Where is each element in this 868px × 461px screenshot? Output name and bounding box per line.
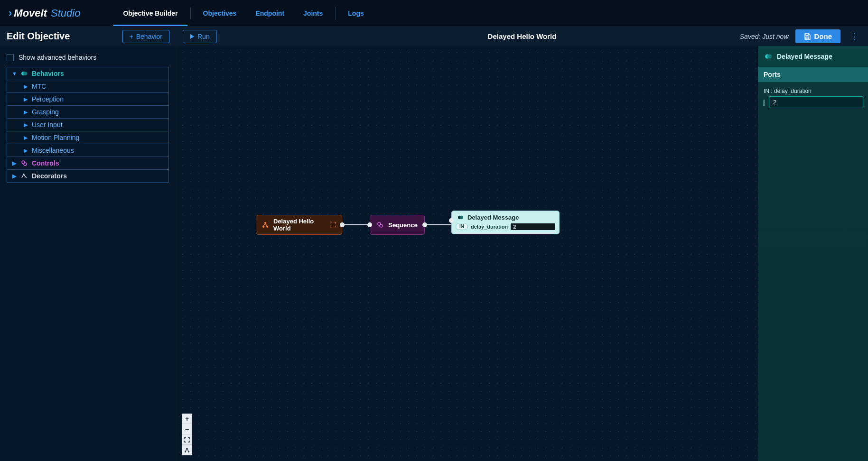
subcat-label: Motion Planning xyxy=(32,134,79,141)
zoom-controls: + − xyxy=(182,414,192,455)
canvas-dot-grid xyxy=(176,46,758,461)
output-port[interactable] xyxy=(422,222,427,227)
caret-right-icon: ▶ xyxy=(23,135,28,141)
behavior-icon xyxy=(20,70,28,77)
subcat-user-input[interactable]: ▶ User Input xyxy=(7,119,168,131)
svg-point-10 xyxy=(460,216,463,219)
node-root[interactable]: Delayed Hello World ⛶ xyxy=(256,215,342,235)
zoom-in-button[interactable]: + xyxy=(182,414,192,424)
save-icon xyxy=(804,33,811,40)
more-menu-button[interactable]: ⋮ xyxy=(847,31,861,42)
run-label: Run xyxy=(197,33,210,40)
caret-right-icon: ▶ xyxy=(23,122,28,128)
subcat-motion-planning[interactable]: ▶ Motion Planning xyxy=(7,131,168,144)
caret-right-icon: ▶ xyxy=(23,148,28,154)
nav-tabs: Objective Builder Objectives Endpoint Jo… xyxy=(113,0,373,26)
graph-canvas[interactable]: Delayed Hello World ⛶ Sequence Delayed M… xyxy=(176,46,758,461)
behavior-tree-list: ▼ Behaviors ▶ MTC ▶ Perception ▶ Graspin… xyxy=(7,67,169,183)
edge-sequence-to-message xyxy=(425,224,451,225)
caret-right-icon: ▶ xyxy=(12,160,17,166)
show-advanced-label: Show advanced behaviors xyxy=(19,54,96,61)
logo-text-move: MoveIt xyxy=(14,7,47,19)
svg-point-4 xyxy=(264,222,266,224)
subcat-label: MTC xyxy=(32,83,46,90)
subcat-grasping[interactable]: ▶ Grasping xyxy=(7,106,168,119)
output-port[interactable] xyxy=(340,222,345,227)
svg-point-8 xyxy=(380,224,383,227)
svg-point-15 xyxy=(767,54,772,58)
input-port[interactable] xyxy=(449,218,454,223)
zoom-layout-button[interactable] xyxy=(182,445,192,455)
drag-handle-icon[interactable]: ‖ xyxy=(763,99,766,106)
app-logo: › MoveIt Studio xyxy=(9,7,80,19)
expand-icon[interactable]: ⛶ xyxy=(330,221,336,228)
svg-point-13 xyxy=(188,451,189,452)
node-delayed-message[interactable]: Delayed Message IN delay_duration 2 xyxy=(451,211,560,234)
node-header: Delayed Message xyxy=(456,214,555,223)
top-nav: › MoveIt Studio Objective Builder Object… xyxy=(0,0,868,26)
decorators-icon xyxy=(20,172,28,180)
done-label: Done xyxy=(814,32,832,40)
tab-logs[interactable]: Logs xyxy=(338,0,373,26)
play-icon xyxy=(190,34,195,39)
tab-joints[interactable]: Joints xyxy=(294,0,332,26)
category-behaviors-label: Behaviors xyxy=(32,70,64,77)
tab-endpoint[interactable]: Endpoint xyxy=(246,0,294,26)
caret-right-icon: ▶ xyxy=(23,109,28,115)
caret-right-icon: ▶ xyxy=(12,173,17,179)
port-value-input[interactable] xyxy=(769,96,863,108)
input-port[interactable] xyxy=(367,222,372,227)
node-port-row: IN delay_duration 2 xyxy=(456,223,555,230)
tab-objective-builder[interactable]: Objective Builder xyxy=(113,0,187,26)
category-decorators-label: Decorators xyxy=(32,172,67,180)
show-advanced-checkbox[interactable] xyxy=(7,54,14,61)
svg-point-11 xyxy=(186,448,187,449)
port-input-row: ‖ xyxy=(763,96,863,108)
port-value[interactable]: 2 xyxy=(511,223,555,230)
tab-objectives[interactable]: Objectives xyxy=(194,0,246,26)
done-button[interactable]: Done xyxy=(795,29,841,43)
sequence-icon xyxy=(377,221,383,228)
subcat-miscellaneous[interactable]: ▶ Miscellaneous xyxy=(7,144,168,157)
zoom-fit-button[interactable] xyxy=(182,434,192,445)
logo-chevron-icon: › xyxy=(9,7,12,19)
zoom-out-button[interactable]: − xyxy=(182,424,192,434)
page-title: Edit Objective xyxy=(7,31,70,42)
port-direction-badge: IN xyxy=(456,223,468,230)
ports-section-body: IN : delay_duration ‖ xyxy=(758,82,868,113)
category-decorators[interactable]: ▶ Decorators xyxy=(7,170,168,182)
svg-point-1 xyxy=(23,72,27,75)
run-button[interactable]: Run xyxy=(183,30,217,43)
subcat-perception[interactable]: ▶ Perception xyxy=(7,93,168,106)
show-advanced-row[interactable]: Show advanced behaviors xyxy=(7,51,169,67)
subcat-label: Miscellaneous xyxy=(32,147,74,154)
subcat-label: Perception xyxy=(32,95,64,103)
logo-text-studio: Studio xyxy=(51,7,80,19)
port-name: delay_duration xyxy=(471,224,508,230)
properties-panel: Delayed Message Ports IN : delay_duratio… xyxy=(758,46,868,461)
nav-separator xyxy=(190,7,191,19)
svg-point-6 xyxy=(266,226,268,228)
behavior-icon xyxy=(765,53,772,60)
properties-title: Delayed Message xyxy=(777,53,832,60)
port-label: IN : delay_duration xyxy=(763,87,863,96)
caret-down-icon: ▼ xyxy=(12,71,17,76)
toolbar-main: Run Delayed Hello World Saved: Just now … xyxy=(176,29,868,43)
toolbar-right: Saved: Just now Done ⋮ xyxy=(740,29,861,43)
caret-right-icon: ▶ xyxy=(23,83,28,90)
category-controls-label: Controls xyxy=(32,159,59,167)
node-sequence[interactable]: Sequence xyxy=(370,215,425,235)
behavior-icon xyxy=(457,214,464,221)
node-root-label: Delayed Hello World xyxy=(273,218,326,232)
category-behaviors[interactable]: ▼ Behaviors xyxy=(7,67,168,80)
subcat-label: Grasping xyxy=(32,108,59,116)
toolbar: Edit Objective + Behavior Run Delayed He… xyxy=(0,26,868,46)
caret-right-icon: ▶ xyxy=(23,96,28,102)
subcat-label: User Input xyxy=(32,121,63,129)
properties-header: Delayed Message xyxy=(758,46,868,67)
toolbar-left: Edit Objective + Behavior xyxy=(0,30,176,43)
category-controls[interactable]: ▶ Controls xyxy=(7,157,168,170)
saved-status: Saved: Just now xyxy=(740,33,789,40)
add-behavior-button[interactable]: + Behavior xyxy=(122,30,169,43)
subcat-mtc[interactable]: ▶ MTC xyxy=(7,80,168,93)
